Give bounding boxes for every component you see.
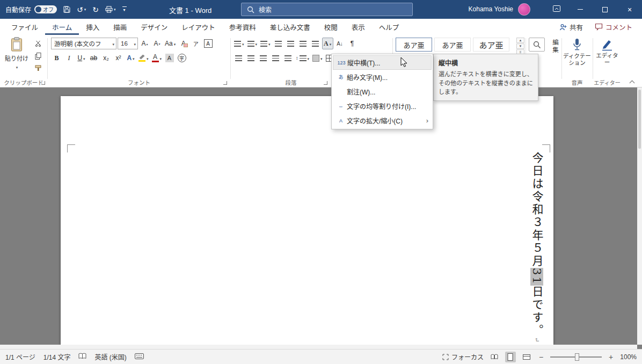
language-indicator[interactable]: 英語 (米国) xyxy=(94,352,126,361)
asian-layout-button[interactable]: A xyxy=(322,38,333,49)
comments-button[interactable]: コメント xyxy=(595,22,632,32)
font-family-combo[interactable]: 游明朝 (本文のフ xyxy=(51,38,116,49)
superscript-button[interactable]: x² xyxy=(113,52,124,64)
print-layout-button[interactable] xyxy=(505,352,516,362)
clear-formatting-button[interactable]: A xyxy=(178,38,189,49)
scrollbar-thumb[interactable] xyxy=(638,90,641,149)
even-spacing-button[interactable] xyxy=(297,38,309,49)
close-button[interactable]: × xyxy=(617,0,642,19)
zoom-slider-thumb[interactable] xyxy=(575,353,579,361)
document-page[interactable]: 今日は令和３年５月31日です。↵ xyxy=(61,96,553,345)
paragraph-shading-button[interactable] xyxy=(311,52,324,64)
word-count[interactable]: 1/14 文字 xyxy=(43,352,71,361)
text-direction-button[interactable] xyxy=(310,38,321,49)
subscript-button[interactable]: x₂ xyxy=(100,52,112,64)
tab-draw[interactable]: 描画 xyxy=(106,19,134,35)
italic-button[interactable]: I xyxy=(63,52,75,64)
align-right-button[interactable] xyxy=(258,52,269,64)
distribute-button[interactable] xyxy=(282,52,294,64)
tab-view[interactable]: 表示 xyxy=(345,19,372,35)
tab-insert[interactable]: 挿入 xyxy=(79,19,106,35)
editing-group-button[interactable]: 編集 xyxy=(551,39,559,54)
strikethrough-button[interactable]: ab xyxy=(88,52,99,64)
styles-scroll-up-button[interactable]: ▲ xyxy=(516,38,524,43)
copy-button[interactable] xyxy=(32,51,43,61)
formatting-marks-button[interactable]: ¶ xyxy=(347,38,358,49)
character-shading-button[interactable]: A xyxy=(164,52,175,64)
tab-review[interactable]: 校閲 xyxy=(317,19,345,35)
format-painter-button[interactable] xyxy=(32,63,43,73)
bullets-button[interactable] xyxy=(233,38,245,49)
grow-font-button[interactable]: A xyxy=(139,38,150,49)
find-button[interactable] xyxy=(529,38,545,52)
tab-references[interactable]: 参考資料 xyxy=(222,19,263,35)
character-border-button[interactable]: A xyxy=(202,38,214,49)
menu-item-tatechuyoko[interactable]: 123縦中横(T)... xyxy=(333,55,432,70)
increase-indent-button[interactable] xyxy=(285,38,296,49)
web-layout-button[interactable] xyxy=(521,352,532,362)
redo-button[interactable]: ↻ xyxy=(92,6,99,13)
line-spacing-button[interactable]: ↕ xyxy=(295,52,310,64)
avatar[interactable] xyxy=(518,3,530,16)
collapse-ribbon-button[interactable] xyxy=(630,79,634,86)
numbering-button[interactable] xyxy=(246,38,259,49)
autosave-switch[interactable]: オフ xyxy=(34,5,57,13)
read-mode-button[interactable] xyxy=(489,352,500,362)
tab-home[interactable]: ホーム xyxy=(45,19,79,35)
page-indicator[interactable]: 1/1 ページ xyxy=(5,352,35,361)
font-dialog-launcher[interactable] xyxy=(223,81,227,85)
tab-mailings[interactable]: 差し込み文書 xyxy=(263,19,317,35)
bold-button[interactable]: B xyxy=(51,52,62,64)
maximize-button[interactable] xyxy=(593,0,617,19)
focus-mode-button[interactable]: フォーカス xyxy=(442,352,484,361)
save-button[interactable] xyxy=(63,6,70,13)
styles-scroll-down-button[interactable]: ▼ xyxy=(516,43,524,49)
zoom-out-button[interactable]: − xyxy=(537,353,545,361)
menu-item-kumimoji[interactable]: あ組み文字(M)... xyxy=(333,70,432,84)
editor-button[interactable]: エディター xyxy=(594,38,621,66)
quick-print-button[interactable] xyxy=(105,6,116,13)
document-text[interactable]: 今日は令和３年５月31日です。↵ xyxy=(529,152,545,343)
horizontal-scrollbar[interactable] xyxy=(0,345,637,349)
ribbon-display-options-button[interactable] xyxy=(553,5,560,13)
align-left-button[interactable] xyxy=(233,52,244,64)
paste-button[interactable]: 貼り付け xyxy=(4,37,29,77)
style-item-nospacing[interactable]: あア亜 xyxy=(434,38,471,52)
sort-button[interactable]: A↓ xyxy=(334,38,346,49)
customize-qat-button[interactable] xyxy=(122,6,127,12)
search-box[interactable]: 検索 xyxy=(241,3,413,16)
tab-layout[interactable]: レイアウト xyxy=(174,19,222,35)
zoom-level[interactable]: 100% xyxy=(620,353,637,361)
paragraph-dialog-launcher[interactable] xyxy=(324,81,327,85)
tab-file[interactable]: ファイル xyxy=(4,19,45,35)
tab-help[interactable]: ヘルプ xyxy=(372,19,406,35)
style-item-normal[interactable]: あア亜 xyxy=(396,38,432,52)
zoom-in-button[interactable]: + xyxy=(607,353,615,361)
style-item-heading1[interactable]: あア亜 xyxy=(473,38,509,52)
menu-item-warichu[interactable]: 割注(W)... xyxy=(333,84,432,99)
menu-item-scale-characters[interactable]: A文字の拡大/縮小(C)› xyxy=(333,113,432,128)
keyboard-indicator[interactable] xyxy=(135,353,144,361)
autosave-toggle[interactable]: 自動保存 オフ xyxy=(5,5,57,14)
shrink-font-button[interactable]: A xyxy=(151,38,163,49)
align-center-button[interactable] xyxy=(245,52,257,64)
text-effects-button[interactable]: A xyxy=(125,52,136,64)
change-case-button[interactable]: Aa xyxy=(164,38,177,49)
undo-button[interactable]: ↺ xyxy=(77,6,86,13)
underline-button[interactable]: U xyxy=(76,52,87,64)
tab-design[interactable]: デザイン xyxy=(134,19,174,35)
clipboard-dialog-launcher[interactable] xyxy=(41,81,45,85)
proofing-button[interactable] xyxy=(78,353,86,361)
menu-item-distribute-characters[interactable]: ⇔文字の均等割り付け(I)... xyxy=(333,99,432,113)
enclose-characters-button[interactable]: 字 xyxy=(176,52,187,64)
font-size-combo[interactable]: 16 xyxy=(118,38,138,49)
vertical-scrollbar[interactable] xyxy=(637,88,642,345)
highlight-button[interactable] xyxy=(137,52,150,64)
justify-button[interactable] xyxy=(270,52,281,64)
share-button[interactable]: 共有 xyxy=(559,22,583,32)
multilevel-list-button[interactable] xyxy=(259,38,272,49)
zoom-slider[interactable] xyxy=(550,356,602,358)
minimize-button[interactable] xyxy=(568,0,593,19)
font-color-button[interactable]: A xyxy=(151,52,163,64)
decrease-indent-button[interactable] xyxy=(273,38,284,49)
